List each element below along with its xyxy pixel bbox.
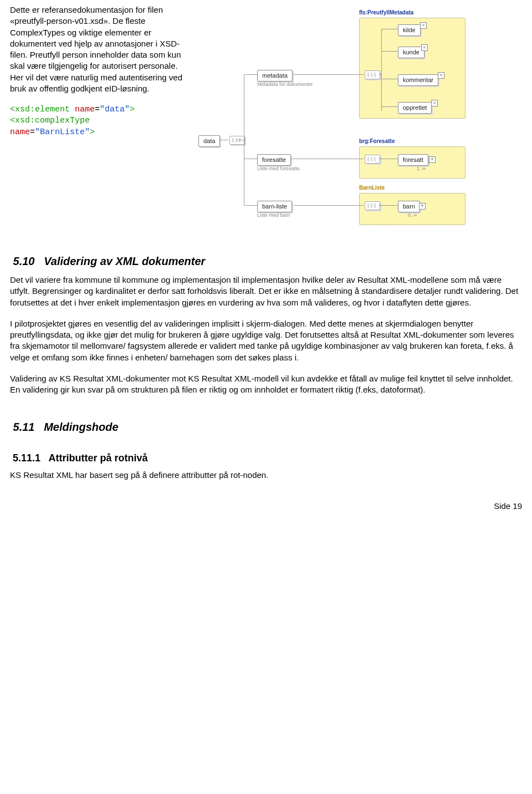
diagram-node-kunde: kunde xyxy=(398,47,424,58)
sequence-icon xyxy=(365,70,380,79)
sequence-icon xyxy=(229,136,245,145)
diagram-node-foresatt: foresatt xyxy=(398,154,428,166)
page-footer: Side 19 xyxy=(10,501,522,512)
diagram-group1-title: fls:PreutfyllMetadata xyxy=(359,9,413,17)
section-5-10-p3: Validering av KS Resultat XML-dokumenter… xyxy=(10,373,522,396)
expand-icon: + xyxy=(419,203,426,210)
expand-icon: = xyxy=(438,72,444,79)
diagram-node-kilde: kilde xyxy=(398,24,421,36)
expand-icon: = xyxy=(421,44,428,51)
expand-icon: = xyxy=(431,100,438,106)
intro-paragraph: Dette er referansedokumentasjon for file… xyxy=(10,4,187,94)
xsd-diagram: data metadata Metadata for dokumentet fl… xyxy=(198,8,522,230)
section-5-11-1-heading: 5.11.1 Attributter på rotnivå xyxy=(10,451,522,465)
section-5-10-p1: Det vil variere fra kommune til kommune … xyxy=(10,274,522,308)
diagram-node-barnliste: barn-liste xyxy=(257,201,292,212)
diagram-caption-foresatte: Liste med foresatte. xyxy=(257,165,301,172)
sequence-icon xyxy=(365,201,380,210)
diagram-node-kommentar: kommentar xyxy=(398,74,438,86)
expand-icon: + xyxy=(429,156,436,163)
diagram-card-barn: 0..∞ xyxy=(408,212,417,218)
xsd-code-snippet: <xsd:element name="data"> <xsd:complexTy… xyxy=(10,104,187,138)
diagram-group3-title: BarnListe xyxy=(359,184,385,192)
diagram-node-barn: barn xyxy=(398,201,420,212)
diagram-node-data: data xyxy=(198,135,220,147)
diagram-card-foresatt: 1..∞ xyxy=(417,165,426,172)
sequence-icon xyxy=(365,155,380,164)
section-5-10-p2: I pilotprosjektet gjøres en vesentlig de… xyxy=(10,318,522,363)
diagram-caption-metadata: Metadata for dokumentet xyxy=(257,81,313,88)
diagram-node-opprettet: opprettet xyxy=(398,102,432,114)
diagram-node-foresatte: foresatte xyxy=(257,154,291,166)
section-5-10-heading: 5.10 Validering av XML dokumenter xyxy=(10,254,522,269)
section-5-11-heading: 5.11 Meldingshode xyxy=(10,420,522,435)
diagram-caption-barnliste: Liste med barn xyxy=(257,212,290,218)
section-5-11-1-p1: KS Resultat XML har basert seg på å defi… xyxy=(10,470,522,481)
diagram-group2-title: brg:Foresatte xyxy=(359,138,395,145)
diagram-node-metadata: metadata xyxy=(257,70,293,82)
expand-icon: = xyxy=(420,22,427,29)
